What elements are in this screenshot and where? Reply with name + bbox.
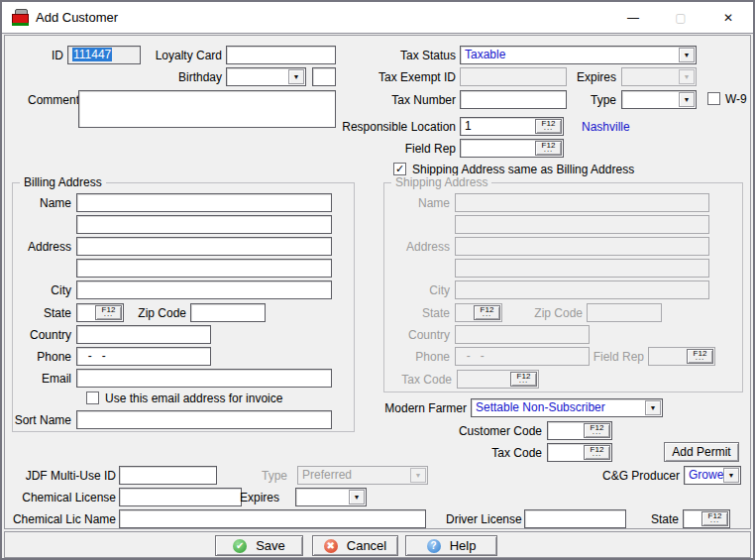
chevron-down-icon: ▼ <box>645 400 661 415</box>
customer-code-field[interactable]: F12... <box>547 421 612 440</box>
billing-city-label: City <box>32 282 71 298</box>
birthday-select[interactable]: ▼ <box>226 67 306 86</box>
billing-phone-field[interactable]: - - <box>76 347 211 366</box>
save-button[interactable]: ✔ Save <box>215 535 303 556</box>
loyalty-card-field[interactable] <box>226 46 336 64</box>
close-button[interactable]: ✕ <box>705 2 751 33</box>
shipping-city-field <box>455 280 709 299</box>
billing-zip-label: Zip Code <box>127 305 186 321</box>
sort-name-field[interactable] <box>76 410 332 429</box>
shipping-address-field-1 <box>455 237 709 256</box>
billing-email-field[interactable] <box>76 369 332 388</box>
tax-code-field[interactable]: F12... <box>547 443 612 462</box>
maximize-button: ▢ <box>658 2 703 33</box>
chevron-down-icon: ▼ <box>349 490 365 504</box>
shipping-field-rep-field: F12... <box>648 347 715 366</box>
w9-label: W-9 <box>725 91 755 107</box>
chevron-down-icon: ▼ <box>723 468 739 483</box>
app-icon <box>12 9 29 26</box>
add-customer-dialog: Add Customer — ▢ ✕ ID 111447 Loyalty Car… <box>0 0 755 560</box>
billing-email-label: Email <box>32 371 71 387</box>
driver-license-field[interactable] <box>524 509 626 528</box>
f12-lookup-button: F12... <box>510 372 537 387</box>
f12-lookup-button[interactable]: F12... <box>95 305 122 320</box>
modern-farmer-select[interactable]: Settable Non-Subscriber ▼ <box>471 398 663 417</box>
minimize-button[interactable]: — <box>610 2 656 33</box>
billing-name-field-1[interactable] <box>76 193 332 212</box>
billing-state-label: State <box>30 305 71 321</box>
sort-name-label: Sort Name <box>8 412 71 428</box>
tax-type-label: Type <box>581 92 616 108</box>
tax-status-select[interactable]: Taxable ▼ <box>460 46 697 64</box>
field-rep-label: Field Rep <box>392 141 456 157</box>
tax-exempt-id-field <box>460 67 567 86</box>
modern-farmer-value: Settable Non-Subscriber <box>476 400 605 414</box>
help-question-icon: ? <box>427 539 441 553</box>
responsible-location-field[interactable]: 1 F12... <box>460 117 564 136</box>
billing-address-field-1[interactable] <box>76 237 332 256</box>
customer-code-label: Customer Code <box>451 423 542 439</box>
cg-producer-select[interactable]: Grower ▼ <box>684 466 741 485</box>
tax-number-field[interactable] <box>460 90 567 109</box>
shipping-zip-field <box>587 303 662 322</box>
shipping-phone-label: Phone <box>408 349 450 365</box>
birthday-year-field[interactable] <box>312 67 336 86</box>
billing-state-field[interactable]: F12... <box>76 303 124 322</box>
chevron-down-icon: ▼ <box>679 69 695 84</box>
help-button[interactable]: ? Help <box>405 535 497 556</box>
tax-expires-select: ▼ <box>621 67 697 86</box>
chevron-down-icon: ▼ <box>679 92 695 107</box>
cancel-button[interactable]: ✖ Cancel <box>312 535 398 556</box>
billing-phone-label: Phone <box>30 349 71 365</box>
field-rep-field[interactable]: F12... <box>460 139 564 158</box>
email-invoice-label: Use this email address for invoice <box>105 391 328 406</box>
jdf-multi-use-id-field[interactable] <box>119 466 217 485</box>
shipping-city-label: City <box>410 282 450 298</box>
shipping-tax-code-label: Tax Code <box>394 372 452 388</box>
save-check-icon: ✔ <box>233 539 247 553</box>
tax-status-value: Taxable <box>465 48 505 61</box>
tax-exempt-id-label: Tax Exempt ID <box>357 69 456 85</box>
license-type-label: Type <box>252 468 287 484</box>
chevron-down-icon: ▼ <box>679 48 695 62</box>
tax-type-select[interactable]: ▼ <box>621 90 697 109</box>
chemical-license-label: Chemical License <box>12 490 116 505</box>
shipping-address-field-2 <box>455 259 709 278</box>
shipping-tax-code-field: F12... <box>457 370 539 389</box>
w9-checkbox[interactable] <box>707 92 720 105</box>
license-state-field[interactable]: F12... <box>683 509 730 528</box>
chevron-down-icon: ▼ <box>288 69 304 84</box>
shipping-country-label: Country <box>394 327 450 343</box>
shipping-state-field: F12... <box>455 303 502 322</box>
shipping-same-checkbox[interactable]: ✓ <box>393 163 406 175</box>
responsible-location-label: Responsible Location <box>327 119 456 135</box>
f12-lookup-button[interactable]: F12... <box>701 511 728 526</box>
title-bar: Add Customer — ▢ ✕ <box>2 2 753 34</box>
chevron-down-icon: ▼ <box>410 468 426 483</box>
f12-lookup-button[interactable]: F12... <box>584 445 610 460</box>
id-label: ID <box>20 48 63 63</box>
chemical-license-field[interactable] <box>119 488 242 506</box>
billing-country-label: Country <box>16 327 71 343</box>
shipping-zip-label: Zip Code <box>523 305 583 321</box>
billing-address-field-2[interactable] <box>76 259 332 278</box>
f12-lookup-button[interactable]: F12... <box>535 119 562 134</box>
chemical-lic-name-field[interactable] <box>119 509 426 528</box>
comment-textarea[interactable] <box>78 90 336 128</box>
shipping-address-title: Shipping Address <box>391 175 491 189</box>
shipping-address-label: Address <box>394 239 450 255</box>
add-permit-button[interactable]: Add Permit <box>664 442 739 462</box>
billing-zip-field[interactable] <box>190 303 266 322</box>
email-invoice-checkbox[interactable] <box>86 392 99 404</box>
window-title: Add Customer <box>36 10 118 25</box>
billing-name-field-2[interactable] <box>76 215 332 234</box>
f12-lookup-button[interactable]: F12... <box>535 141 562 156</box>
billing-country-field[interactable] <box>76 325 211 344</box>
chemical-lic-name-label: Chemical Lic Name <box>6 511 116 527</box>
license-expires-select[interactable]: ▼ <box>295 488 367 506</box>
id-field[interactable]: 111447 <box>67 46 141 64</box>
modern-farmer-label: Modern Farmer <box>376 400 467 416</box>
f12-lookup-button[interactable]: F12... <box>584 423 610 438</box>
billing-city-field[interactable] <box>76 280 332 299</box>
comment-label: Comment <box>28 92 79 108</box>
